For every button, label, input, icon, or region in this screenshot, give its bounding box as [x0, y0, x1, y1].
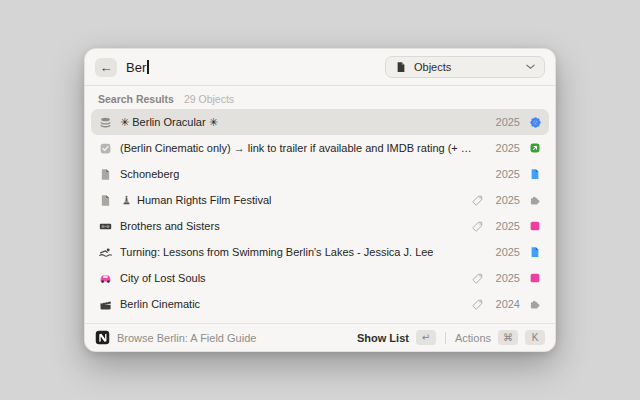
- desktop-background: ← Ber Objects Search Results 29 Objects …: [0, 0, 640, 400]
- footer-divider: [445, 332, 446, 344]
- tag-icon: [470, 220, 484, 233]
- results-header: Search Results 29 Objects: [85, 86, 555, 107]
- notion-logo-icon: [95, 330, 110, 345]
- tag-icon: [470, 194, 484, 207]
- item-year: 2025: [492, 220, 520, 232]
- statue-icon: [120, 195, 132, 206]
- tag-icon: [470, 272, 484, 285]
- show-list-button[interactable]: Show List: [357, 332, 409, 344]
- green-arrow-icon: [528, 142, 542, 154]
- pink-square-icon: [528, 272, 542, 284]
- results-count: 29 Objects: [184, 93, 234, 105]
- item-title: City of Lost Souls: [120, 272, 206, 284]
- item-title: Human Rights Film Festival: [137, 194, 271, 206]
- pink-square-icon: [528, 220, 542, 232]
- item-year: 2025: [492, 272, 520, 284]
- item-year: 2025: [492, 194, 520, 206]
- page-gray-icon: [98, 168, 112, 181]
- list-item[interactable]: City of Lost Souls 2025: [91, 265, 549, 291]
- search-query-text: Ber: [126, 60, 146, 75]
- search-window: ← Ber Objects Search Results 29 Objects …: [84, 48, 556, 352]
- item-title: ✳ Berlin Oracular ✳: [120, 116, 218, 129]
- cmd-key-badge: ⌘: [498, 330, 518, 345]
- back-button[interactable]: ←: [95, 58, 117, 77]
- item-title: Brothers and Sisters: [120, 220, 220, 232]
- layers-icon: [98, 116, 112, 129]
- tag-icon: [470, 298, 484, 311]
- puzzle-icon: [528, 194, 542, 206]
- filter-label: Objects: [414, 61, 519, 73]
- checkbox-icon: [98, 142, 112, 155]
- filter-dropdown[interactable]: Objects: [385, 56, 545, 78]
- pink-car-icon: [98, 272, 112, 285]
- list-item[interactable]: Schoneberg2025: [91, 161, 549, 187]
- page-blue-icon: [528, 246, 542, 258]
- item-title: Schoneberg: [120, 168, 179, 180]
- page-blue-icon: [528, 168, 542, 180]
- list-item[interactable]: Human Rights Film Festival 2025: [91, 187, 549, 213]
- blue-flower-icon: [528, 116, 542, 129]
- text-caret: [147, 60, 149, 74]
- item-year: 2024: [492, 298, 520, 310]
- chevron-down-icon: [526, 64, 535, 70]
- item-year: 2025: [492, 168, 520, 180]
- clapperboard-icon: [98, 298, 112, 311]
- footer-app-name: Browse Berlin: A Field Guide: [117, 332, 256, 344]
- back-arrow-icon: ←: [100, 61, 113, 74]
- list-item[interactable]: Brothers and Sisters 2025: [91, 213, 549, 239]
- item-title: (Berlin Cinematic only) → link to traile…: [120, 142, 476, 154]
- list-item[interactable]: (Berlin Cinematic only) → link to traile…: [91, 135, 549, 161]
- search-input[interactable]: Ber: [126, 60, 149, 75]
- vhs-icon: [98, 220, 112, 233]
- results-title: Search Results: [98, 93, 174, 105]
- item-year: 2025: [492, 246, 520, 258]
- puzzle-icon: [528, 298, 542, 310]
- list-item[interactable]: ✳ Berlin Oracular ✳2025: [91, 109, 549, 135]
- return-key-badge: ↵: [416, 330, 436, 345]
- results-list: ✳ Berlin Oracular ✳2025 (Berlin Cinemati…: [85, 107, 555, 323]
- actions-button[interactable]: Actions: [455, 332, 491, 344]
- swimmer-icon: [98, 246, 112, 259]
- item-title: Turning: Lessons from Swimming Berlin's …: [120, 246, 433, 258]
- item-year: 2025: [492, 116, 520, 128]
- document-icon: [395, 61, 407, 73]
- footer-bar: Browse Berlin: A Field Guide Show List ↵…: [85, 323, 555, 351]
- k-key-badge: K: [525, 330, 545, 345]
- item-title: Berlin Cinematic: [120, 298, 200, 310]
- item-year: 2025: [492, 142, 520, 154]
- search-header: ← Ber Objects: [85, 49, 555, 86]
- page-gray-icon: [98, 194, 112, 207]
- list-item[interactable]: Turning: Lessons from Swimming Berlin's …: [91, 239, 549, 265]
- list-item[interactable]: Berlin Cinematic 2024: [91, 291, 549, 317]
